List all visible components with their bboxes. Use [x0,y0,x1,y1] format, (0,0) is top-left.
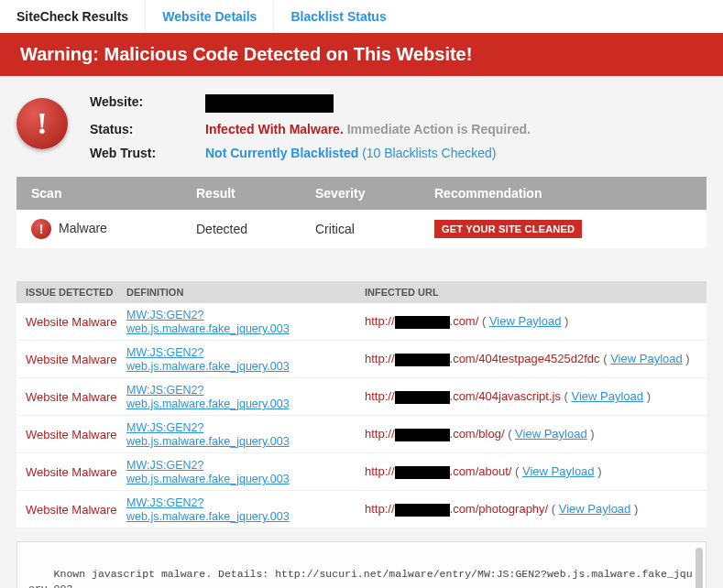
webtrust-note: (10 Blacklists Checked) [362,146,496,160]
view-payload-link[interactable]: View Payload [515,427,587,441]
get-cleaned-button[interactable]: GET YOUR SITE CLEANED [434,220,582,238]
tab-details[interactable]: Website Details [145,0,273,33]
tab-results[interactable]: SiteCheck Results [0,0,145,33]
webtrust-label: Web Trust: [90,146,191,160]
status-action: Immediate Action is Required. [347,122,531,136]
redacted-block [395,504,450,517]
issues-row: Website MalwareMW:JS:GEN2?web.js.malware… [16,416,707,453]
redacted-block [205,94,334,113]
malware-detail-box: Known javascript malware. Details: http:… [16,541,707,588]
webtrust-value: Not Currently Blacklisted (10 Blacklists… [205,146,531,160]
col-result: Result [196,186,315,201]
alert-icon-small: ! [31,219,51,239]
malware-detail-text: Known javascript malware. Details: http:… [28,568,693,588]
issue-type: Website Malware [26,428,126,441]
definition-link[interactable]: MW:JS:GEN2?web.js.malware.fake_jquery.00… [126,309,290,335]
view-payload-link[interactable]: View Payload [559,502,631,516]
definition-link[interactable]: MW:JS:GEN2?web.js.malware.fake_jquery.00… [126,459,290,485]
redacted-block [395,391,450,404]
definition-link[interactable]: MW:JS:GEN2?web.js.malware.fake_jquery.00… [126,421,290,448]
alert-icon: ! [16,98,68,149]
issue-type: Website Malware [26,353,126,366]
view-payload-link[interactable]: View Payload [489,314,562,328]
issue-url: http://.com/photography/ ( View Payload … [365,502,697,517]
col-url: INFECTED URL [365,287,697,298]
issue-type: Website Malware [26,390,126,404]
issue-type: Website Malware [26,315,126,329]
webtrust-link[interactable]: Not Currently Blacklisted [205,146,358,160]
col-severity: Severity [315,186,434,201]
issue-url: http://.com/ ( View Payload ) [365,314,697,329]
issue-url: http://.com/404testpage4525d2fdc ( View … [365,352,697,366]
redacted-block [395,466,450,479]
issues-row: Website MalwareMW:JS:GEN2?web.js.malware… [16,453,707,491]
issue-url: http://.com/blog/ ( View Payload ) [365,427,697,441]
issue-def: MW:JS:GEN2?web.js.malware.fake_jquery.00… [126,458,365,485]
summary-block: ! Website: Status: Infected With Malware… [16,94,707,160]
scan-name-cell: !Malware [31,219,196,239]
redacted-block [395,354,450,366]
issues-row: Website MalwareMW:JS:GEN2?web.js.malware… [16,491,707,528]
scan-rec: GET YOUR SITE CLEANED [434,220,692,238]
scan-name: Malware [59,221,107,235]
issues-row: Website MalwareMW:JS:GEN2?web.js.malware… [16,303,707,341]
issues-table: ISSUE DETECTED DEFINITION INFECTED URL W… [16,281,707,528]
issue-def: MW:JS:GEN2?web.js.malware.fake_jquery.00… [126,495,365,523]
scan-severity: Critical [315,222,434,236]
content-area: ! Website: Status: Infected With Malware… [0,76,723,588]
issue-url: http://.com/404javascript.js ( View Payl… [365,389,697,404]
col-definition: DEFINITION [126,287,365,298]
website-value [205,94,531,113]
redacted-block [395,316,450,329]
definition-link[interactable]: MW:JS:GEN2?web.js.malware.fake_jquery.00… [126,384,290,410]
view-payload-link[interactable]: View Payload [610,352,683,365]
issue-type: Website Malware [26,503,126,517]
warning-banner: Warning: Malicious Code Detected on This… [0,33,723,76]
status-value: Infected With Malware. Immediate Action … [205,122,531,136]
status-label: Status: [90,122,191,136]
view-payload-link[interactable]: View Payload [572,389,644,403]
issue-def: MW:JS:GEN2?web.js.malware.fake_jquery.00… [126,420,365,448]
scrollbar[interactable] [696,548,703,588]
issue-def: MW:JS:GEN2?web.js.malware.fake_jquery.00… [126,345,365,373]
issues-row: Website MalwareMW:JS:GEN2?web.js.malware… [16,341,707,378]
scan-row: !Malware Detected Critical GET YOUR SITE… [16,210,707,248]
issues-header-row: ISSUE DETECTED DEFINITION INFECTED URL [16,281,707,303]
tabs: SiteCheck Results Website Details Blackl… [0,0,723,33]
view-payload-link[interactable]: View Payload [522,464,595,478]
scan-header-row: Scan Result Severity Recommendation [16,177,707,210]
col-scan: Scan [31,186,196,201]
issue-def: MW:JS:GEN2?web.js.malware.fake_jquery.00… [126,308,365,335]
definition-link[interactable]: MW:JS:GEN2?web.js.malware.fake_jquery.00… [126,346,290,373]
website-label: Website: [90,94,191,113]
scan-result: Detected [196,222,315,236]
col-issue: ISSUE DETECTED [26,287,126,298]
scan-table: Scan Result Severity Recommendation !Mal… [16,177,707,248]
issues-row: Website MalwareMW:JS:GEN2?web.js.malware… [16,378,707,416]
definition-link[interactable]: MW:JS:GEN2?web.js.malware.fake_jquery.00… [126,496,290,523]
col-rec: Recommendation [434,186,692,201]
issue-def: MW:JS:GEN2?web.js.malware.fake_jquery.00… [126,383,365,410]
issue-type: Website Malware [26,465,126,479]
tab-blacklist[interactable]: Blacklist Status [273,0,402,33]
status-infected: Infected With Malware. [205,122,344,136]
issue-url: http://.com/about/ ( View Payload ) [365,464,697,479]
redacted-block [395,429,450,441]
